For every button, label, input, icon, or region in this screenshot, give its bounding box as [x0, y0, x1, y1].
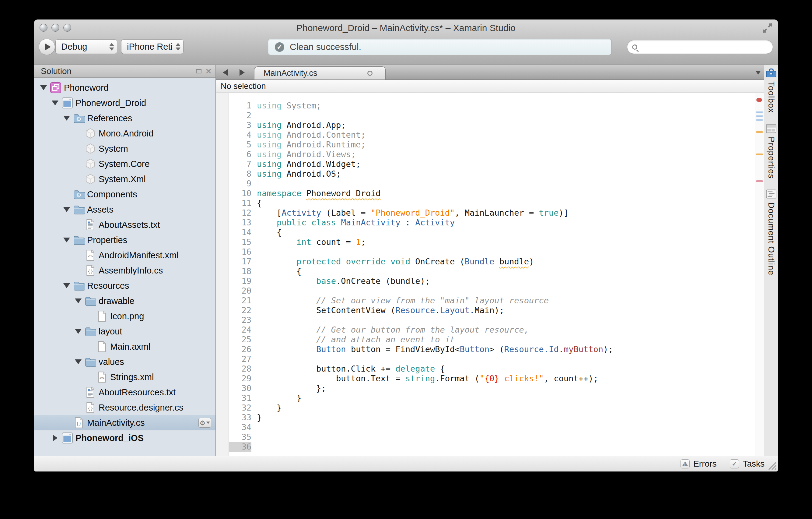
configuration-select[interactable]: Debug — [55, 39, 117, 54]
tree-item-components[interactable]: ⚙Components — [34, 187, 215, 202]
code-line-18[interactable]: 18 { — [216, 267, 755, 276]
code-line-32[interactable]: 32 } — [216, 403, 755, 413]
code-line-6[interactable]: 6using Android.Views; — [216, 149, 755, 159]
status-area: ✓ Clean successful. — [268, 39, 612, 55]
line-number: 7 — [229, 159, 252, 169]
code-line-19[interactable]: 19 base.OnCreate (bundle); — [216, 276, 755, 286]
code-line-8[interactable]: 8using Android.OS; — [216, 169, 755, 179]
line-number: 27 — [229, 354, 252, 364]
close-pad-icon[interactable]: ✕ — [205, 67, 212, 75]
code-line-14[interactable]: 14 { — [216, 227, 755, 237]
code-line-25[interactable]: 25 // and attach an event to it — [216, 335, 755, 345]
tree-item-strings-xml[interactable]: <>Strings.xml — [34, 370, 215, 385]
tree-item-main-axml[interactable]: Main.axml — [34, 339, 215, 354]
code-line-35[interactable]: 35 — [216, 432, 755, 442]
expander-open-icon[interactable] — [73, 299, 83, 303]
tree-item-properties[interactable]: Properties — [34, 233, 215, 248]
code-line-17[interactable]: 17 protected override void OnCreate (Bun… — [216, 257, 755, 267]
dock-pad-icon[interactable] — [196, 69, 201, 74]
code-editor[interactable]: 1using System;23using Android.App;4using… — [216, 93, 764, 456]
tree-item-mono-android[interactable]: Mono.Android — [34, 126, 215, 141]
tree-item-mainactivity-cs[interactable]: {}MainActivity.cs⚙ — [34, 415, 215, 430]
code-line-28[interactable]: 28 button.Click += delegate { — [216, 364, 755, 374]
errors-button[interactable]: Errors — [680, 459, 717, 469]
code-line-22[interactable]: 22 SetContentView (Resource.Layout.Main)… — [216, 305, 755, 315]
code-line-12[interactable]: 12 [Activity (Label = "Phoneword_Droid",… — [216, 208, 755, 218]
expander-open-icon[interactable] — [73, 359, 83, 364]
resize-grip[interactable] — [766, 459, 777, 470]
expander-closed-icon[interactable] — [50, 435, 60, 441]
code-text: // Get our button from the layout resour… — [257, 325, 529, 334]
pad-tab-properties[interactable]: Properties — [766, 124, 776, 179]
tab-overflow-icon[interactable] — [755, 71, 761, 75]
expander-open-icon[interactable] — [61, 238, 72, 242]
expander-open-icon[interactable] — [61, 207, 72, 212]
code-line-4[interactable]: 4using Android.Content; — [216, 130, 755, 140]
dirty-indicator-icon[interactable] — [367, 71, 373, 76]
tree-item-assemblyinfo-cs[interactable]: {}AssemblyInfo.cs — [34, 263, 215, 278]
tree-item-system-core[interactable]: System.Core — [34, 156, 215, 171]
code-line-16[interactable]: 16 — [216, 247, 755, 257]
code-line-21[interactable]: 21 // Set our view from the "main" layou… — [216, 296, 755, 305]
code-line-34[interactable]: 34 — [216, 422, 755, 432]
code-line-7[interactable]: 7using Android.Widget; — [216, 159, 755, 169]
search-input[interactable] — [637, 42, 773, 52]
code-line-29[interactable]: 29 button.Text = string.Format ("{0} cli… — [216, 374, 755, 383]
navigate-back-icon[interactable] — [223, 69, 228, 76]
tab-mainactivity[interactable]: MainActivity.cs — [254, 66, 386, 80]
navigate-forward-icon[interactable] — [239, 69, 245, 76]
item-options-gear-button[interactable]: ⚙ — [198, 418, 211, 428]
breadcrumb-bar[interactable]: No selection — [216, 80, 764, 93]
code-line-24[interactable]: 24 // Get our button from the layout res… — [216, 325, 755, 335]
tree-item-phoneword[interactable]: Phoneword — [34, 80, 215, 95]
code-line-33[interactable]: 33} — [216, 413, 755, 422]
code-line-11[interactable]: 11{ — [216, 198, 755, 208]
device-select[interactable]: iPhone Retina (4-inch — [121, 39, 183, 54]
tree-item-layout[interactable]: layout — [34, 324, 215, 339]
expander-open-icon[interactable] — [50, 101, 60, 105]
tree-item-resources[interactable]: Resources — [34, 278, 215, 293]
code-line-26[interactable]: 26 Button button = FindViewById<Button> … — [216, 345, 755, 354]
tree-item-aboutassets-txt[interactable]: AboutAssets.txt — [34, 217, 215, 233]
fullscreen-icon[interactable] — [762, 23, 773, 33]
code-line-36[interactable]: 36 — [216, 442, 755, 452]
tree-item-label: drawable — [98, 296, 135, 306]
code-line-31[interactable]: 31 } — [216, 393, 755, 403]
tree-item-values[interactable]: values — [34, 354, 215, 370]
code-line-10[interactable]: 10namespace Phoneword_Droid — [216, 189, 755, 198]
pad-tab-document-outline[interactable]: Document Outline — [766, 189, 776, 275]
code-line-1[interactable]: 1using System; — [216, 101, 755, 111]
code-text: }; — [257, 383, 326, 393]
tree-item-androidmanifest-xml[interactable]: <>AndroidManifest.xml — [34, 248, 215, 263]
expander-open-icon[interactable] — [73, 329, 83, 334]
expander-open-icon[interactable] — [38, 85, 49, 90]
code-line-20[interactable]: 20 — [216, 286, 755, 296]
code-line-15[interactable]: 15 int count = 1; — [216, 237, 755, 247]
tree-item-assets[interactable]: Assets — [34, 202, 215, 217]
title-bar[interactable]: Phoneword_Droid – MainActivity.cs* – Xam… — [34, 20, 778, 36]
expander-open-icon[interactable] — [61, 283, 72, 288]
run-button[interactable] — [39, 39, 55, 55]
tree-item-resource-designer-cs[interactable]: {}Resource.designer.cs — [34, 400, 215, 415]
tree-item-references[interactable]: ⚙References — [34, 111, 215, 126]
code-line-2[interactable]: 2 — [216, 111, 755, 120]
tree-item-system-xml[interactable]: System.Xml — [34, 171, 215, 187]
tree-item-phoneword-droid[interactable]: Phoneword_Droid — [34, 95, 215, 111]
tree-item-drawable[interactable]: drawable — [34, 293, 215, 308]
expander-open-icon[interactable] — [61, 116, 72, 120]
search-field[interactable] — [627, 40, 773, 54]
analysis-scroll-lane[interactable] — [755, 93, 764, 456]
code-line-13[interactable]: 13 public class MainActivity : Activity — [216, 218, 755, 227]
tree-item-icon-png[interactable]: Icon.png — [34, 308, 215, 324]
code-line-3[interactable]: 3using Android.App; — [216, 120, 755, 130]
code-line-27[interactable]: 27 — [216, 354, 755, 364]
code-line-5[interactable]: 5using Android.Runtime; — [216, 140, 755, 149]
code-line-30[interactable]: 30 }; — [216, 383, 755, 393]
tree-item-phoneword-ios[interactable]: Phoneword_iOS — [34, 430, 215, 445]
code-line-9[interactable]: 9 — [216, 179, 755, 189]
code-line-23[interactable]: 23 — [216, 315, 755, 325]
tree-item-aboutresources-txt[interactable]: AboutResources.txt — [34, 385, 215, 400]
pad-tab-toolbox[interactable]: Toolbox — [766, 68, 777, 113]
tasks-button[interactable]: ✓ Tasks — [730, 459, 764, 469]
tree-item-system[interactable]: System — [34, 141, 215, 156]
